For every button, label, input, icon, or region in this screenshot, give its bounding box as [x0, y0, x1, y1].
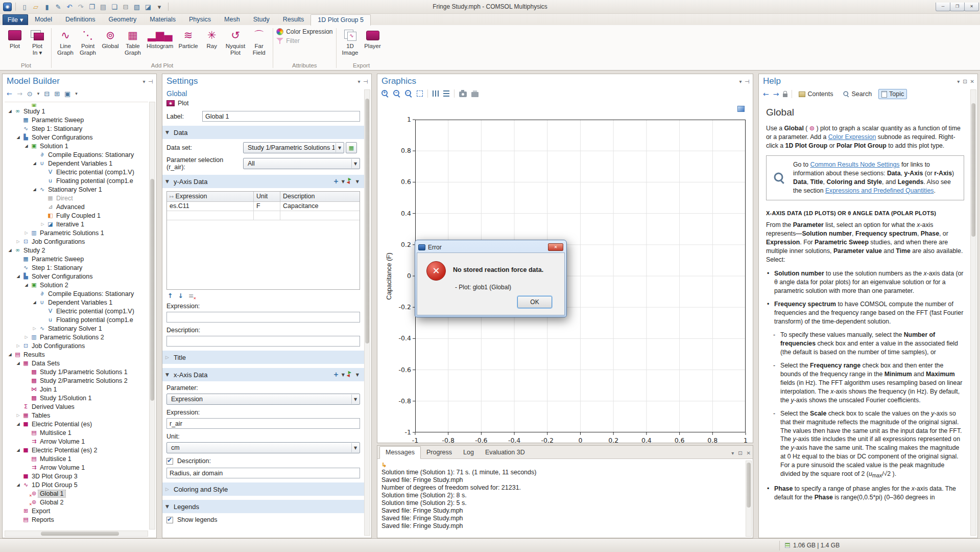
- tree-item-advanced[interactable]: ⊿Advanced: [5, 202, 148, 211]
- expand-arrow-icon[interactable]: ◢: [15, 422, 21, 426]
- tree-item-parametric-sweep[interactable]: ▦Parametric Sweep: [5, 255, 148, 263]
- expand-arrow-icon[interactable]: ◢: [7, 109, 13, 113]
- close-icon[interactable]: ✕: [970, 79, 974, 84]
- table-cell[interactable]: [167, 211, 254, 220]
- histogram-button[interactable]: ▂▆▄Histogram: [145, 26, 175, 51]
- chevron-down-icon[interactable]: ▼: [342, 373, 345, 377]
- undo-icon[interactable]: ↶: [64, 2, 75, 12]
- collapse-arrow-icon[interactable]: ▷: [31, 326, 38, 331]
- comsol-logo-icon[interactable]: ◉: [3, 3, 12, 11]
- plot-in-button[interactable]: PlotIn ▾: [27, 26, 48, 58]
- description-checkbox[interactable]: [166, 458, 173, 465]
- 1d-image-button[interactable]: 1DImage: [340, 26, 361, 58]
- tree-item-step-1-stationary[interactable]: ∿Step 1: Stationary: [5, 263, 148, 272]
- section-expand-icon[interactable]: ▷: [165, 487, 174, 492]
- section-coloring-and-style[interactable]: ▷ Coloring and Style: [162, 482, 364, 496]
- tab-physics[interactable]: Physics: [182, 14, 218, 25]
- x-parameter-combo[interactable]: Expression ▼: [166, 394, 360, 405]
- tree-item-3d-plot-group-3[interactable]: ■3D Plot Group 3: [5, 472, 148, 480]
- section-x-axis-data[interactable]: ▼ x-Axis Data ＋ ▼ ▼: [162, 368, 364, 381]
- redo-icon[interactable]: ↷: [76, 2, 86, 12]
- collapse-arrow-icon[interactable]: ▷: [15, 239, 21, 244]
- panel-menu-icon[interactable]: ▾: [731, 450, 734, 456]
- tree-item-stationary-solver-1[interactable]: ◢∿Stationary Solver 1: [5, 185, 148, 194]
- help-contents-button[interactable]: Contents: [796, 89, 835, 99]
- expand-all-icon[interactable]: ⊞: [54, 90, 60, 98]
- tree-item-compile-equations-stationary[interactable]: ∂Compile Equations: Stationary: [5, 150, 148, 159]
- zoom-in-icon[interactable]: +: [381, 90, 389, 97]
- chevron-down-icon[interactable]: ▼: [356, 179, 359, 184]
- tree-item-derived-values[interactable]: ΣDerived Values: [5, 402, 148, 411]
- edit-dataset-button[interactable]: ▦: [346, 142, 357, 153]
- collapse-arrow-icon[interactable]: ▷: [23, 335, 30, 339]
- error-dialog-titlebar[interactable]: Error ✕: [417, 242, 565, 252]
- tree-item-parametric-sweep[interactable]: ▦Parametric Sweep: [5, 116, 148, 124]
- maximize-button[interactable]: ❐: [950, 3, 965, 11]
- tree-dropdown-icon[interactable]: ▾: [75, 91, 78, 96]
- expand-arrow-icon[interactable]: ◢: [31, 187, 38, 192]
- label-input[interactable]: Global 1: [202, 111, 360, 122]
- tree-item-iterative-1[interactable]: ▷◪Iterative 1: [5, 220, 148, 228]
- tree-item-dependent-variables-1[interactable]: ◢∪Dependent Variables 1: [5, 298, 148, 307]
- pin-icon[interactable]: ⊤: [148, 79, 154, 84]
- column-header-expression[interactable]: ↦ Expression: [167, 192, 254, 202]
- tab-study[interactable]: Study: [247, 14, 276, 25]
- go-to-node-icon[interactable]: ▣: [64, 90, 70, 98]
- nyquist-plot-button[interactable]: ↺NyquistPlot: [224, 26, 247, 58]
- zoom-extents-icon[interactable]: ⌐: [405, 90, 412, 97]
- new-file-icon[interactable]: ▯: [19, 2, 30, 12]
- point-graph-button[interactable]: ⋱PointGraph: [77, 26, 99, 58]
- back-icon[interactable]: ←: [7, 90, 12, 98]
- add-expression-icon[interactable]: ＋: [332, 177, 340, 186]
- section-collapse-icon[interactable]: ▼: [165, 179, 174, 184]
- lock-icon[interactable]: [783, 94, 787, 97]
- file-menu-button[interactable]: File ▼: [3, 14, 28, 25]
- paste-icon[interactable]: ▤: [98, 2, 108, 12]
- settings-vscrollbar[interactable]: [364, 89, 370, 536]
- section-title-collapsed[interactable]: ▷ Title: [162, 351, 364, 364]
- particle-button[interactable]: ≋Particle: [176, 26, 200, 51]
- global-button[interactable]: ⊚Global: [100, 26, 121, 51]
- filter-button[interactable]: Filter: [276, 37, 300, 44]
- duplicate-icon[interactable]: ❏: [109, 2, 119, 12]
- zoom-out-icon[interactable]: −: [393, 90, 400, 97]
- expand-arrow-icon[interactable]: ◢: [7, 352, 13, 357]
- collapse-all-icon[interactable]: ⊟: [44, 90, 50, 98]
- tab-materials[interactable]: Materials: [143, 14, 182, 25]
- tree-item-solver-configurations[interactable]: ◢▙Solver Configurations: [5, 272, 148, 281]
- pin-icon[interactable]: ⊤: [363, 79, 369, 84]
- section-data[interactable]: ▼ Data: [162, 126, 364, 139]
- tree-item-global-1[interactable]: ⊚✕Global 1: [5, 489, 148, 498]
- help-search-button[interactable]: Search: [840, 89, 875, 99]
- tree-item-data-sets[interactable]: ◢▦Data Sets: [5, 359, 148, 367]
- float-icon[interactable]: ⊡: [963, 79, 967, 84]
- table-row[interactable]: [167, 211, 360, 220]
- tab-geometry[interactable]: Geometry: [102, 14, 143, 25]
- table-graph-button[interactable]: ▦TableGraph: [122, 26, 144, 58]
- copy-icon[interactable]: ❐: [87, 2, 97, 12]
- x-description-input[interactable]: Radius, air domain: [166, 468, 360, 478]
- tree-item-export[interactable]: ⊞Export: [5, 507, 148, 515]
- chevron-down-icon[interactable]: ▼: [356, 373, 359, 377]
- ray-button[interactable]: ✳Ray: [201, 26, 223, 51]
- tab-definitions[interactable]: Definitions: [59, 14, 102, 25]
- tree-item-study-1-solution-1[interactable]: ▩Study 1/Solution 1: [5, 394, 148, 402]
- expand-arrow-icon[interactable]: ◢: [31, 161, 38, 166]
- tree-item-reports[interactable]: ▤Reports: [5, 515, 148, 524]
- model-tree-hscrollbar[interactable]: [5, 531, 148, 537]
- tree-item-results[interactable]: ◢▤Results: [5, 350, 148, 359]
- show-icon[interactable]: ⊙: [27, 90, 33, 98]
- x-expression-input[interactable]: r_air: [166, 418, 360, 429]
- collapse-arrow-icon[interactable]: ▷: [39, 222, 46, 226]
- expand-arrow-icon[interactable]: ◢: [15, 361, 21, 365]
- column-header-unit[interactable]: Unit: [254, 192, 280, 202]
- tab-evaluation-3d[interactable]: Evaluation 3D: [480, 447, 531, 458]
- tree-item-parametric-solutions-1[interactable]: ▷▥Parametric Solutions 1: [5, 228, 148, 237]
- section-expand-icon[interactable]: ▷: [165, 355, 174, 360]
- help-topic-button[interactable]: Topic: [878, 89, 907, 99]
- plot-window-icon[interactable]: [737, 106, 745, 112]
- player-button[interactable]: Player: [362, 26, 384, 51]
- unit-combo[interactable]: cm ▼: [166, 442, 360, 453]
- tree-item-tables[interactable]: ▷▦Tables: [5, 411, 148, 420]
- tab-log[interactable]: Log: [458, 447, 480, 458]
